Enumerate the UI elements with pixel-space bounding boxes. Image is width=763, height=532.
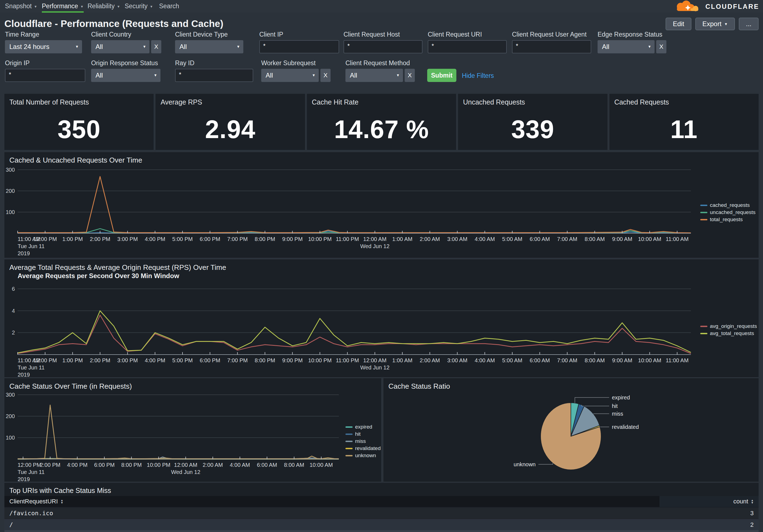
- stat-value: 2.94: [156, 109, 305, 150]
- filter-label: Origin IP: [5, 59, 85, 68]
- clear-filter-button[interactable]: X: [656, 40, 666, 53]
- filter-input[interactable]: *: [259, 40, 339, 53]
- svg-text:8:00 PM: 8:00 PM: [255, 357, 275, 363]
- nav-item-label: Security: [125, 2, 148, 10]
- filter-input[interactable]: *: [175, 69, 253, 82]
- svg-text:10:00 PM: 10:00 PM: [147, 462, 170, 468]
- count-cell: 3: [660, 510, 759, 517]
- more-options-button[interactable]: ...: [739, 18, 759, 30]
- svg-text:12:00 AM: 12:00 AM: [363, 357, 387, 363]
- svg-text:10:00 PM: 10:00 PM: [308, 357, 332, 363]
- filter-select[interactable]: All▼: [261, 69, 319, 82]
- cache-status-ratio-pie[interactable]: expiredhitmissrevalidatedunknown: [383, 378, 759, 482]
- svg-text:11:00 PM: 11:00 PM: [336, 236, 359, 242]
- pie-label-hit: hit: [612, 403, 618, 409]
- filter-input[interactable]: *: [428, 40, 507, 53]
- filter-client-request-host: Client Request Host*: [344, 31, 422, 53]
- column-header-clientrequesturi[interactable]: ClientRequestURI ▲▼: [4, 496, 660, 507]
- svg-text:Tue Jun 11: Tue Jun 11: [18, 365, 45, 371]
- cache-status-ratio-panel: Cache Status Ratio expiredhitmissrevalid…: [383, 378, 759, 482]
- legend-label: uncached_requests: [710, 209, 756, 216]
- filter-label: Client Device Type: [175, 31, 243, 39]
- svg-text:12:00 AM: 12:00 AM: [363, 236, 387, 242]
- filter-control: *: [512, 40, 591, 53]
- svg-text:4:00 PM: 4:00 PM: [145, 236, 165, 242]
- nav-item-reliability[interactable]: Reliability▼: [87, 0, 120, 11]
- legend-item-avg_origin_requests: avg_origin_requests: [700, 323, 757, 330]
- filter-select[interactable]: All▼: [598, 40, 655, 53]
- nav-item-label: Performance: [42, 2, 78, 10]
- filter-selected-value: All: [345, 69, 403, 82]
- filter-input[interactable]: *: [512, 40, 591, 53]
- chart-legend: expiredhitmissrevalidatedunknown: [345, 423, 381, 459]
- nav-item-security[interactable]: Security▼: [125, 0, 153, 11]
- stat-label: Total Number of Requests: [9, 98, 89, 106]
- filter-label: Client Request User Agent: [512, 31, 591, 39]
- legend-swatch: [345, 426, 353, 428]
- filter-select[interactable]: All▼: [91, 69, 161, 82]
- legend-swatch: [345, 455, 353, 456]
- legend-label: avg_total_requests: [710, 330, 754, 336]
- svg-text:6:00 PM: 6:00 PM: [94, 462, 115, 468]
- cache-status-chart[interactable]: 10020030012:00 PMTue Jun 1120192:00 PM4:…: [4, 378, 381, 482]
- nav-item-performance[interactable]: Performance▼: [42, 0, 84, 13]
- svg-text:8:00 AM: 8:00 AM: [284, 462, 304, 468]
- svg-text:2019: 2019: [18, 476, 30, 482]
- table-title: Top URIs with Cache Status Miss: [9, 487, 111, 494]
- nav-item-search[interactable]: Search: [159, 0, 179, 11]
- filter-select[interactable]: All▼: [345, 69, 403, 82]
- svg-text:8:00 AM: 8:00 AM: [585, 357, 605, 363]
- legend-item-avg_total_requests: avg_total_requests: [700, 330, 757, 337]
- svg-text:9:00 AM: 9:00 AM: [612, 357, 632, 363]
- legend-item-cached_requests: cached_requests: [700, 202, 756, 209]
- stat-label: Uncached Requests: [463, 98, 525, 106]
- chart-title: Cached & Uncached Requests Over Time: [9, 156, 142, 164]
- cloudflare-performance-dashboard: Snapshot▼Performance▼Reliability▼Securit…: [0, 0, 763, 532]
- svg-text:2: 2: [12, 329, 15, 336]
- hide-filters-link[interactable]: Hide Filters: [462, 72, 494, 79]
- svg-text:12:00 PM: 12:00 PM: [18, 462, 41, 468]
- svg-text:200: 200: [6, 413, 15, 419]
- filter-input[interactable]: *: [344, 40, 422, 53]
- column-header-count[interactable]: count ▲▼: [660, 496, 759, 507]
- chart-subtitle: Average Requests per Second Over 30 Min …: [18, 272, 179, 280]
- svg-text:1:00 PM: 1:00 PM: [62, 236, 82, 242]
- nav-item-snapshot[interactable]: Snapshot▼: [5, 0, 37, 11]
- svg-text:10:00 AM: 10:00 AM: [638, 236, 661, 242]
- submit-button[interactable]: Submit: [427, 69, 456, 82]
- filter-control: *: [5, 69, 85, 82]
- filter-select[interactable]: Last 24 hours▼: [5, 40, 82, 53]
- svg-text:2:00 AM: 2:00 AM: [420, 236, 440, 242]
- svg-text:Wed Jun 12: Wed Jun 12: [360, 243, 389, 249]
- svg-text:7:00 PM: 7:00 PM: [227, 357, 248, 363]
- legend-swatch: [700, 333, 708, 334]
- svg-text:Wed Jun 12: Wed Jun 12: [360, 365, 389, 371]
- svg-text:100: 100: [6, 435, 15, 441]
- stat-label: Cache Hit Rate: [312, 98, 359, 106]
- clear-filter-button[interactable]: X: [320, 69, 331, 82]
- svg-text:5:00 AM: 5:00 AM: [502, 236, 522, 242]
- filter-select[interactable]: All▼: [175, 40, 243, 53]
- requests-over-time-chart[interactable]: 10020030011:00 AMTue Jun 11201912:00 PM1…: [4, 152, 759, 258]
- filter-control: All▼X: [345, 69, 415, 82]
- svg-text:3:00 AM: 3:00 AM: [447, 357, 467, 363]
- stat-tile-total-number-of-requests: Total Number of Requests350: [4, 94, 154, 150]
- filter-selected-value: Last 24 hours: [5, 40, 82, 53]
- legend-item-expired: expired: [345, 423, 381, 430]
- svg-text:12:00 PM: 12:00 PM: [33, 357, 57, 363]
- chevron-down-icon: ▼: [34, 5, 37, 9]
- filter-input[interactable]: *: [5, 69, 85, 82]
- svg-text:Wed Jun 12: Wed Jun 12: [171, 469, 200, 475]
- svg-text:6:00 AM: 6:00 AM: [530, 236, 550, 242]
- legend-label: avg_origin_requests: [710, 323, 757, 329]
- pie-label-expired: expired: [612, 395, 630, 400]
- stat-value: 350: [4, 109, 154, 150]
- legend-label: unknown: [355, 453, 376, 459]
- stat-label: Cached Requests: [614, 98, 669, 106]
- clear-filter-button[interactable]: X: [151, 40, 161, 53]
- svg-text:8:00 AM: 8:00 AM: [585, 236, 605, 242]
- export-button[interactable]: Export▼: [695, 18, 735, 30]
- edit-button[interactable]: Edit: [666, 18, 691, 30]
- clear-filter-button[interactable]: X: [405, 69, 415, 82]
- filter-select[interactable]: All▼: [91, 40, 150, 53]
